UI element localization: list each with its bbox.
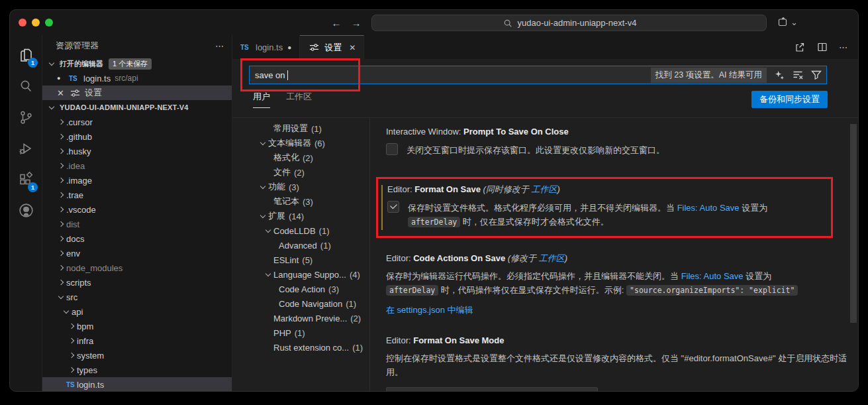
- tab-login-ts[interactable]: TS login.ts ●: [232, 35, 300, 59]
- edit-in-settings-json-link[interactable]: 在 settings.json 中编辑: [386, 305, 473, 315]
- tab-scope-user[interactable]: 用户: [253, 91, 270, 108]
- setting-name: Code Actions On Save: [413, 253, 505, 263]
- minimize-window-button[interactable]: [32, 19, 40, 27]
- toc-item[interactable]: 文件 (2): [232, 165, 369, 180]
- toc-item-label: 笔记本: [273, 196, 299, 207]
- settings-tune-icon: [308, 42, 320, 54]
- tree-item[interactable]: TS .idea: [42, 158, 232, 173]
- toc-item[interactable]: Code Navigation (1): [232, 296, 369, 311]
- toc-item[interactable]: 常用设置 (1): [232, 121, 369, 136]
- setting-category: Editor:: [387, 184, 414, 194]
- open-editor-login-ts[interactable]: ● TS login.ts src/api: [42, 71, 232, 86]
- activitybar-extensions[interactable]: 1: [10, 164, 42, 195]
- format-on-save-mode-select[interactable]: file ⌄: [386, 387, 598, 392]
- toc-item-label: PHP: [273, 328, 291, 338]
- tree-item-label: api: [72, 307, 83, 317]
- tree-item[interactable]: TS src: [42, 290, 232, 304]
- toc-item[interactable]: PHP (1): [232, 325, 369, 340]
- more-actions-icon[interactable]: ⋯: [215, 41, 224, 51]
- toc-item[interactable]: ESLint (5): [232, 253, 369, 267]
- tab-scope-workspace[interactable]: 工作区: [286, 91, 312, 107]
- toc-item-label: CodeLLDB: [273, 226, 316, 236]
- tree-item[interactable]: TS bpm: [42, 319, 232, 333]
- search-icon: [502, 17, 514, 29]
- activitybar-search[interactable]: [10, 70, 42, 101]
- open-editors-section[interactable]: 打开的编辑器 1 个未保存: [42, 56, 232, 71]
- split-editor-icon[interactable]: [816, 41, 828, 53]
- tree-item[interactable]: TS api: [42, 304, 232, 319]
- tree-item[interactable]: TS env: [42, 246, 232, 260]
- tree-item[interactable]: TS .trae: [42, 188, 232, 202]
- tree-item-label: .husky: [66, 146, 91, 156]
- tree-item[interactable]: TS .github: [42, 129, 232, 144]
- toc-item[interactable]: 格式化 (2): [232, 150, 369, 165]
- navigate-back-button[interactable]: ←: [329, 15, 344, 30]
- toc-item[interactable]: 功能 (3): [232, 180, 369, 194]
- chevron-icon: [258, 138, 268, 148]
- tab-settings[interactable]: 设置 ✕: [300, 35, 364, 59]
- tree-item[interactable]: TS .image: [42, 173, 232, 188]
- close-window-button[interactable]: [19, 19, 26, 27]
- tree-item-label: types: [77, 365, 97, 375]
- setting-name: Format On Save Mode: [413, 335, 504, 345]
- open-editor-settings[interactable]: ✕ 设置: [42, 86, 232, 100]
- navigate-forward-button[interactable]: →: [349, 15, 363, 30]
- tree-item[interactable]: TS dist: [42, 217, 232, 231]
- tree-item[interactable]: TS login.ts: [42, 377, 232, 392]
- toc-item[interactable]: 笔记本 (3): [232, 194, 369, 209]
- close-icon[interactable]: ✕: [57, 88, 65, 98]
- clear-search-results-icon[interactable]: [792, 69, 804, 81]
- command-center[interactable]: yudao-ui-admin-uniapp-next-v4: [371, 15, 767, 31]
- tree-item[interactable]: TS types: [42, 363, 232, 377]
- checkbox-unchecked[interactable]: [386, 143, 398, 155]
- files-auto-save-link[interactable]: Files: Auto Save: [681, 271, 744, 281]
- backup-sync-settings-button[interactable]: 备份和同步设置: [751, 91, 828, 108]
- setting-category: Editor:: [386, 335, 413, 345]
- settings-search-input[interactable]: save on 找到 23 项设置。AI 结果可用: [249, 66, 827, 84]
- toc-item[interactable]: Rust extension co... (1): [232, 340, 369, 355]
- tree-item[interactable]: TS infra: [42, 333, 232, 348]
- chevron-icon: [263, 225, 273, 236]
- activitybar-explorer[interactable]: 1: [10, 39, 42, 70]
- toc-item[interactable]: Language Suppo... (4): [232, 267, 369, 282]
- close-tab-icon[interactable]: ✕: [349, 43, 356, 52]
- tree-item[interactable]: TS docs: [42, 231, 232, 246]
- tree-item[interactable]: TS node_modules: [42, 260, 232, 275]
- activitybar-run-debug[interactable]: [10, 133, 42, 164]
- tree-item-label: bpm: [77, 321, 93, 331]
- more-actions-icon[interactable]: ⋯: [839, 42, 847, 52]
- tree-item-label: docs: [66, 234, 84, 244]
- checkbox-checked[interactable]: [387, 201, 399, 213]
- tree-item[interactable]: TS scripts: [42, 275, 232, 290]
- settings-list: Interactive Window: Prompt To Save On Cl…: [369, 118, 858, 392]
- workspace-link[interactable]: 工作区: [531, 184, 557, 194]
- project-root-item[interactable]: YUDAO-UI-ADMIN-UNIAPP-NEXT-V4: [42, 100, 232, 115]
- tree-item[interactable]: TS .cursor: [42, 115, 232, 129]
- activitybar-source-control[interactable]: [10, 101, 42, 133]
- toc-item[interactable]: 文本编辑器 (6): [232, 136, 369, 150]
- workspace-link[interactable]: 工作区: [539, 253, 565, 263]
- toc-item[interactable]: Advanced (1): [232, 238, 369, 253]
- chevron-icon: [56, 131, 66, 142]
- toc-item[interactable]: 扩展 (14): [232, 209, 369, 223]
- toc-item[interactable]: Code Action (3): [232, 282, 369, 296]
- chevron-icon: [258, 211, 268, 221]
- ai-sparkle-icon[interactable]: [773, 69, 785, 81]
- toc-item-label: 功能: [268, 181, 285, 193]
- layout-controls[interactable]: ⌄: [777, 16, 798, 28]
- file-tree: TS .cursor TS .github TS .husky TS .idea: [42, 115, 232, 392]
- tree-item[interactable]: TS .vscode: [42, 202, 232, 217]
- toc-item[interactable]: CodeLLDB (1): [232, 223, 369, 238]
- activitybar-github[interactable]: [10, 195, 42, 226]
- tree-item[interactable]: TS system: [42, 348, 232, 363]
- vscode-window: ← → yudao-ui-admin-uniapp-next-v4 ⌄ 1: [9, 9, 859, 392]
- editor-area: TS login.ts ● 设置 ✕: [232, 35, 858, 392]
- toc-item[interactable]: Markdown Previe... (2): [232, 311, 369, 325]
- files-auto-save-link[interactable]: Files: Auto Save: [677, 203, 740, 213]
- tree-item[interactable]: TS .husky: [42, 144, 232, 158]
- settings-editor: save on 找到 23 项设置。AI 结果可用: [232, 59, 858, 392]
- scrollbar-thumb[interactable]: [850, 124, 857, 323]
- open-settings-json-icon[interactable]: [794, 41, 806, 53]
- zoom-window-button[interactable]: [45, 19, 53, 27]
- filter-icon[interactable]: [810, 69, 822, 81]
